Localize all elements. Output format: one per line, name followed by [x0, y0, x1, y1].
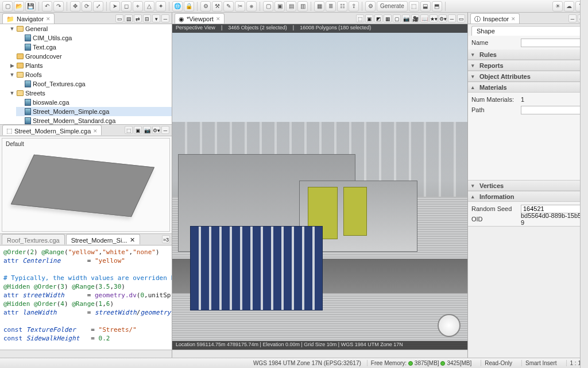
path-input[interactable] [521, 106, 588, 114]
navigator-tree[interactable]: ▼General CIM_Utils.cga Text.cga Groundco… [0, 24, 172, 125]
navigator-tab[interactable]: 📁 Navigator ✕ [2, 13, 55, 24]
vp-wire-icon[interactable]: ▢ [393, 14, 401, 22]
nav-tool1-icon[interactable]: ▭ [115, 14, 123, 22]
new-icon[interactable]: ▢ [2, 1, 13, 12]
vp-cam2-icon[interactable]: 🎥▾ [411, 14, 419, 22]
minimize-icon[interactable]: ─ [161, 126, 169, 134]
inspector-tabbar: ⓘ Inspector ✕ ─ ▭ [468, 13, 588, 24]
undo-icon[interactable]: ↶ [42, 1, 52, 12]
tree-street-standard[interactable]: Street_Modern_Standard.cga [33, 116, 115, 125]
move-icon[interactable]: ✥ [70, 1, 80, 12]
stack-icon[interactable]: ☷ [337, 1, 347, 12]
editor-scrollbar-h[interactable] [0, 350, 172, 358]
tool-a-icon[interactable]: ⚙ [200, 1, 211, 12]
editor-tab-roof[interactable]: Roof_Textures.cga [2, 234, 65, 244]
vertices-header[interactable]: ▾Vertices [468, 181, 588, 191]
tree-cim[interactable]: CIM_Utils.cga [33, 33, 72, 43]
lock-icon[interactable]: 🔒 [184, 1, 194, 12]
export-icon[interactable]: ⇪ [349, 1, 359, 12]
inspector-tab[interactable]: ⓘ Inspector ✕ [470, 13, 520, 24]
preview-canvas[interactable]: Default [2, 138, 170, 232]
cloud-icon[interactable]: ☁ [564, 1, 574, 12]
close-icon[interactable]: ✕ [216, 16, 220, 22]
layers-icon[interactable]: ≣ [326, 1, 336, 12]
vp-cam-icon[interactable]: 📷▾ [402, 14, 410, 22]
frame-icon[interactable]: ◻ [121, 1, 131, 12]
model2-icon[interactable]: ⬓ [420, 1, 431, 12]
close-icon[interactable]: ✕ [93, 128, 98, 134]
tree-text[interactable]: Text.cga [33, 43, 56, 52]
code-editor[interactable]: @Order(2) @Range("yellow","white","none"… [0, 246, 172, 350]
target-icon[interactable]: ⌖ [133, 1, 143, 12]
viewport-3d[interactable]: Perspective View| 3465 Objects (2 select… [172, 24, 467, 350]
tree-rooftex[interactable]: Roof_Textures.cga [33, 79, 86, 89]
viewport-scrollbar-h[interactable] [172, 350, 467, 358]
redo-icon[interactable]: ↷ [53, 1, 64, 12]
rotate-icon[interactable]: ⟳ [82, 1, 92, 12]
generate-button[interactable]: Generate [377, 1, 408, 12]
tree-bioswale[interactable]: bioswale.cga [33, 98, 69, 107]
objattrs-header[interactable]: ▾Object Attributes [468, 71, 588, 82]
editor-tab-street[interactable]: Street_Modern_Si... ✕ [66, 234, 140, 244]
box1-icon[interactable]: ▢ [263, 1, 273, 12]
globe-icon[interactable]: 🌐 [172, 1, 183, 12]
tree-street-simple[interactable]: Street_Modern_Simple.cga [33, 107, 109, 116]
rules-header[interactable]: ▾Rules [468, 49, 588, 60]
pv-gear-icon[interactable]: ⚙▾ [152, 126, 160, 134]
viewport-tab[interactable]: ◉ *Viewport ✕ [175, 13, 225, 24]
tree-streets[interactable]: Streets [25, 89, 45, 98]
box4-icon[interactable]: ▥ [297, 1, 308, 12]
reports-header[interactable]: ▾Reports [468, 60, 588, 71]
shape-tab[interactable]: Shape [471, 26, 588, 36]
minimize-icon[interactable]: ─ [448, 14, 456, 22]
name-input[interactable] [521, 39, 588, 47]
vp-shade2-icon[interactable]: ▣ [365, 14, 373, 22]
pv-tool2-icon[interactable]: ▣ [134, 126, 142, 134]
tree-general[interactable]: General [25, 24, 48, 33]
collapse-icon[interactable]: ⊟ [143, 14, 151, 22]
measure-icon[interactable]: △ [144, 1, 154, 12]
close-icon[interactable]: ✕ [511, 16, 516, 22]
tool-e-icon[interactable]: ⎈ [246, 1, 257, 12]
save-icon[interactable]: 💾 [25, 1, 36, 12]
vp-book-icon[interactable]: 📖▾ [420, 14, 428, 22]
link-icon[interactable]: ⇄ [134, 14, 142, 22]
pv-cam-icon[interactable]: 📷 [143, 126, 151, 134]
minimize-icon[interactable]: ─ [568, 14, 577, 22]
tree-groundcover[interactable]: Groundcover [25, 52, 62, 61]
vp-tex-icon[interactable]: ▦ [384, 14, 392, 22]
preview-tab[interactable]: ⬚ Street_Modern_Simple.cga ✕ [2, 125, 102, 135]
axis-icon[interactable]: ✦ [156, 1, 166, 12]
box3-icon[interactable]: ▤ [286, 1, 296, 12]
tool-d-icon[interactable]: ✂ [235, 1, 245, 12]
tree-roofs[interactable]: Roofs [25, 70, 42, 79]
model1-icon[interactable]: ⬚ [409, 1, 419, 12]
inspector-scrollbar-v[interactable] [580, 0, 588, 368]
grid-icon[interactable]: ▦ [314, 1, 324, 12]
minimize-icon[interactable]: ─ [161, 14, 169, 22]
editor-more[interactable]: »3 [162, 235, 170, 243]
tool-c-icon[interactable]: ✎ [223, 1, 234, 12]
open-icon[interactable]: 📂 [14, 1, 24, 12]
menu-icon[interactable]: ▾ [152, 14, 160, 22]
gear-icon[interactable]: ⚙ [365, 1, 376, 12]
compass-icon[interactable] [438, 314, 461, 337]
sun-icon[interactable]: ☀ [552, 1, 563, 12]
vp-shade1-icon[interactable]: ⬚ [356, 14, 364, 22]
scale-icon[interactable]: ⤢ [93, 1, 103, 12]
information-header[interactable]: ▴Information [468, 191, 588, 202]
tool-b-icon[interactable]: ⚒ [212, 1, 222, 12]
vp-gear-icon[interactable]: ⚙▾ [439, 14, 447, 22]
model3-icon[interactable]: ⬒ [432, 1, 442, 12]
box2-icon[interactable]: ▣ [274, 1, 285, 12]
select-icon[interactable]: ➤ [110, 1, 120, 12]
vp-star-icon[interactable]: ★▾ [430, 14, 438, 22]
vp-shade3-icon[interactable]: ◩ [374, 14, 382, 22]
materials-header[interactable]: ▴Materials [468, 82, 588, 93]
maximize-icon[interactable]: ▭ [457, 14, 465, 22]
nav-tool2-icon[interactable]: ▤ [125, 14, 133, 22]
close-icon[interactable]: ✕ [130, 236, 135, 244]
tree-plants[interactable]: Plants [25, 61, 43, 70]
pv-tool1-icon[interactable]: ⬚ [125, 126, 133, 134]
close-icon[interactable]: ✕ [46, 16, 51, 22]
